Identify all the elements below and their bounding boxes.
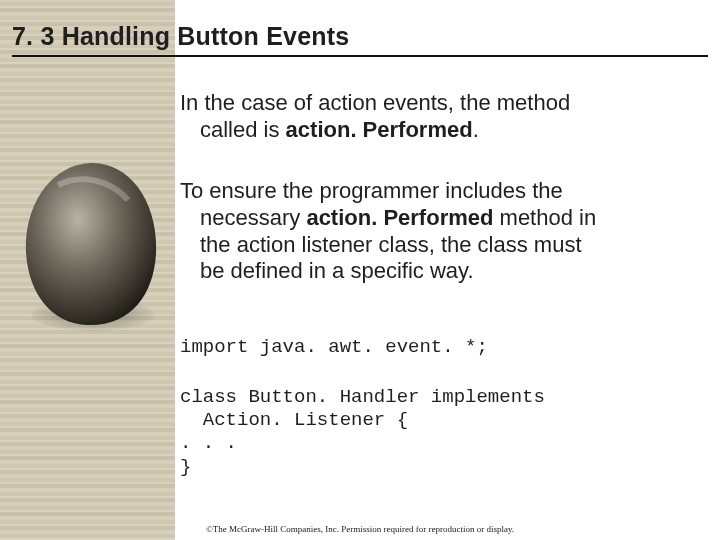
para2-bold-term: action. Performed	[306, 205, 493, 230]
code-import-line: import java. awt. event. *;	[180, 336, 488, 359]
para2-line2-pre: necessary	[200, 205, 306, 230]
copyright-footer: ©The McGraw-Hill Companies, Inc. Permiss…	[0, 524, 720, 534]
slide-title: 7. 3 Handling Button Events	[12, 22, 349, 51]
paragraph-1: In the case of action events, the method…	[180, 90, 680, 144]
para1-line2-post: .	[473, 117, 479, 142]
para1-bold-term: action. Performed	[286, 117, 473, 142]
slide-content: 7. 3 Handling Button Events In the case …	[0, 0, 720, 540]
title-underline	[12, 55, 708, 57]
para2-line2-post: method in	[493, 205, 596, 230]
para1-line1: In the case of action events, the method	[180, 90, 570, 115]
para2-line1: To ensure the programmer includes the	[180, 178, 563, 203]
code-class-block: class Button. Handler implements Action.…	[180, 386, 545, 479]
para2-line4: be defined in a specific way.	[200, 258, 474, 283]
paragraph-2: To ensure the programmer includes the ne…	[180, 178, 680, 285]
para1-line2-pre: called is	[200, 117, 286, 142]
para2-line3: the action listener class, the class mus…	[200, 232, 582, 257]
